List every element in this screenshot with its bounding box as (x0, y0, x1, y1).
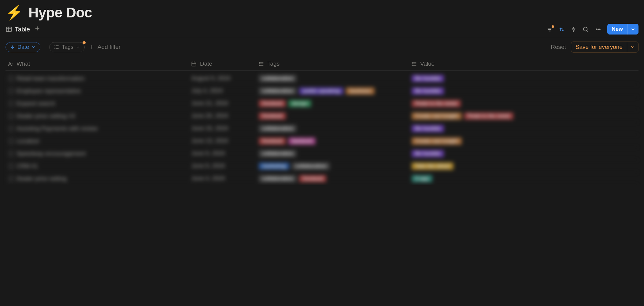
arrow-down-icon (10, 45, 15, 49)
reset-button[interactable]: Reset (551, 44, 566, 50)
svg-point-9 (259, 62, 260, 63)
column-header-tags[interactable]: Tags (258, 60, 411, 67)
page-icon[interactable]: ⚡ (6, 5, 23, 20)
cell-value: Be humble (412, 87, 638, 95)
cell-what: Speedway encouragement (6, 150, 191, 157)
text-icon (7, 61, 13, 67)
table-row[interactable]: LocalizerJune 13, 2024frontendbackendCre… (6, 135, 638, 148)
svg-point-5 (55, 46, 55, 46)
table-row[interactable]: Employee representativeJuly 4, 2024colla… (6, 85, 638, 97)
column-label: What (17, 60, 30, 67)
cell-date: June 15, 2024 (191, 125, 259, 132)
svg-point-4 (599, 29, 600, 30)
page-title[interactable]: Hype Doc (28, 4, 92, 21)
table-row[interactable]: Assisting Payments with reviewJune 15, 2… (6, 122, 638, 135)
sort-icon (558, 26, 565, 33)
column-label: Value (420, 60, 435, 67)
page-title-row: ⚡ Hype Doc (6, 2, 638, 24)
cell-what: Dealer price setting V2 (6, 112, 191, 120)
cell-value: X app (412, 175, 638, 182)
row-date: July 4, 2024 (191, 87, 223, 94)
row-title: Speedway encouragement (17, 150, 86, 157)
svg-point-6 (55, 47, 55, 47)
cell-value: Create real insightPedal to the metal (412, 112, 638, 120)
tag: collaboration (259, 150, 297, 157)
multiselect-icon (258, 61, 264, 67)
row-date: August 9, 2024 (191, 75, 231, 82)
row-date: June 9, 2024 (191, 162, 225, 169)
save-button-dropdown[interactable] (627, 42, 638, 52)
table-header: What Date Tags Value (6, 57, 638, 71)
row-title: Employee representative (17, 88, 81, 94)
cell-what: Expand search (6, 100, 191, 107)
tab-table[interactable]: Table (6, 26, 30, 33)
search-button[interactable] (582, 26, 589, 33)
list-icon (54, 44, 59, 50)
cell-value: Be humble (412, 150, 638, 157)
row-date: June 13, 2024 (191, 137, 228, 144)
cell-value: Take the wheel (412, 162, 638, 170)
row-title: Expand search (17, 100, 55, 107)
more-menu-button[interactable] (594, 26, 602, 33)
sort-toggle-button[interactable] (558, 26, 565, 33)
plus-icon (34, 25, 40, 31)
row-date: June 20, 2024 (191, 112, 228, 119)
page-icon (8, 150, 14, 157)
page-icon (8, 100, 14, 107)
cell-date: July 4, 2024 (191, 87, 259, 94)
column-header-date[interactable]: Date (191, 60, 258, 67)
view-tabs-row: Table New (6, 24, 638, 37)
cell-tags: frontenddesign (259, 100, 412, 107)
cell-date: June 13, 2024 (191, 137, 259, 144)
tag: business (346, 87, 374, 95)
column-label: Date (200, 60, 212, 67)
plus-icon (89, 44, 94, 50)
cell-date: June 9, 2024 (191, 162, 259, 169)
value-tag: Be humble (412, 150, 444, 157)
svg-point-2 (596, 29, 597, 30)
svg-rect-8 (192, 62, 196, 66)
value-tag: Pedal to the metal (412, 100, 461, 107)
new-button-dropdown[interactable] (627, 24, 638, 35)
save-for-everyone-button[interactable]: Save for everyone (571, 42, 638, 53)
column-header-what[interactable]: What (6, 60, 191, 67)
svg-point-12 (412, 62, 413, 63)
page-icon (8, 112, 14, 120)
value-tag: X app (412, 175, 432, 182)
value-tag: Pedal to the metal (464, 112, 513, 120)
tag: frontend (259, 112, 286, 120)
table-row[interactable]: Retail team transformationAugust 9, 2024… (6, 72, 638, 85)
chevron-down-icon (631, 27, 635, 32)
add-filter-button[interactable]: Add filter (89, 44, 120, 50)
column-header-value[interactable]: Value (411, 60, 638, 67)
filter-pill-label: Tags (62, 44, 73, 50)
row-date: June 15, 2024 (191, 125, 228, 132)
svg-point-10 (259, 64, 260, 64)
row-title: Localizer (17, 138, 40, 144)
table-row[interactable]: Speedway encouragementJune 9, 2024collab… (6, 148, 638, 160)
cell-date: June 9, 2024 (191, 150, 259, 157)
filter-pill-tags[interactable]: Tags (49, 42, 85, 52)
row-date: June 21, 2024 (191, 100, 228, 107)
tag: collaboration (259, 87, 297, 95)
tag: collaboration (259, 125, 297, 132)
automations-button[interactable] (571, 26, 577, 33)
divider (45, 43, 45, 51)
cell-what: Localizer (6, 137, 191, 145)
table-row[interactable]: Dealer price setting V2June 20, 2024fron… (6, 110, 638, 122)
svg-point-11 (259, 65, 260, 66)
svg-point-13 (412, 64, 413, 64)
tag: design (288, 100, 312, 107)
new-button-label: New (607, 24, 627, 35)
row-title: Retail team transformation (17, 75, 85, 82)
new-record-button[interactable]: New (607, 24, 638, 35)
page-icon (8, 162, 14, 170)
filter-toggle-button[interactable] (546, 26, 553, 33)
table-row[interactable]: Expand searchJune 21, 2024frontenddesign… (6, 97, 638, 110)
chevron-down-icon (31, 45, 36, 49)
add-view-button[interactable] (34, 25, 40, 33)
table-row[interactable]: Dealer price settingJune 4, 2024collabor… (6, 173, 638, 185)
sort-pill-date[interactable]: Date (6, 42, 40, 52)
cell-tags: collaboration (259, 75, 412, 82)
table-row[interactable]: CRM #1June 9, 2024marketingcollaboration… (6, 160, 638, 173)
